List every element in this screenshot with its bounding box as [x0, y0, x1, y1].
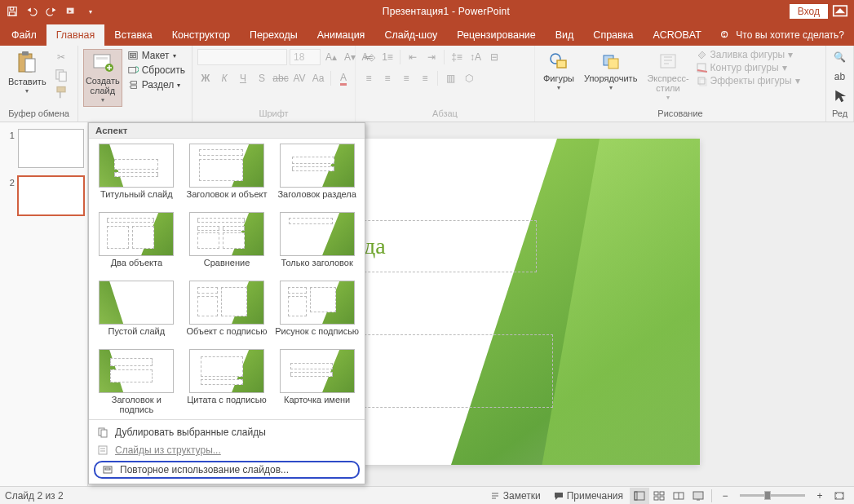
line-spacing-icon[interactable]: ‡≡	[449, 49, 465, 65]
layout-item[interactable]: Заголовок раздела	[274, 144, 360, 209]
new-slide-button[interactable]: Создать слайд▾	[83, 49, 122, 107]
align-right-icon[interactable]: ≡	[398, 70, 414, 86]
zoom-out-icon[interactable]: −	[715, 488, 735, 504]
cut-icon[interactable]: ✂	[53, 49, 69, 65]
svg-point-6	[724, 36, 725, 37]
tab-review[interactable]: Рецензирование	[447, 24, 546, 46]
thumb-row-2[interactable]: 2	[0, 175, 87, 222]
save-icon[interactable]	[3, 2, 21, 20]
comments-button[interactable]: Примечания	[547, 487, 630, 504]
undo-icon[interactable]	[23, 2, 41, 20]
copy-icon[interactable]	[53, 67, 69, 83]
shape-fill-button[interactable]: Заливка фигуры ▾	[696, 49, 800, 60]
workspace: 1 2 Аспект Титульный слайдЗаголовок и об…	[0, 122, 854, 486]
bold-icon[interactable]: Ж	[197, 70, 214, 86]
section-button[interactable]: Раздел ▾	[126, 78, 187, 91]
bullets-icon[interactable]: ≔	[361, 49, 377, 65]
notes-button[interactable]: Заметки	[484, 487, 547, 504]
select-icon[interactable]	[832, 88, 848, 104]
replace-icon[interactable]: ab	[832, 69, 848, 85]
layout-item[interactable]: Только заголовок	[274, 212, 360, 277]
qat-dropdown-icon[interactable]: ▾	[82, 2, 100, 20]
quick-styles-button[interactable]: Экспресс- стили▾	[644, 49, 692, 104]
increase-indent-icon[interactable]: ⇥	[423, 49, 440, 65]
thumb-row-1[interactable]: 1	[0, 127, 87, 175]
layout-item[interactable]: Цитата с подписью	[184, 349, 270, 414]
tab-acrobat[interactable]: ACROBAT	[643, 24, 711, 46]
shadow-icon[interactable]: S	[254, 70, 270, 86]
tab-view[interactable]: Вид	[546, 24, 584, 46]
find-icon[interactable]: 🔍	[832, 49, 848, 65]
tab-slideshow[interactable]: Слайд-шоу	[374, 24, 447, 46]
smartart-icon[interactable]: ⬡	[461, 70, 477, 86]
tell-me-search[interactable]: Что вы хотите сделать?	[711, 29, 852, 46]
layout-item[interactable]: Заголовок и подпись	[94, 349, 179, 414]
format-painter-icon[interactable]	[53, 85, 69, 101]
align-text-icon[interactable]: ⊟	[486, 49, 502, 65]
layout-item[interactable]: Титульный слайд	[94, 144, 179, 209]
spacing-icon[interactable]: AV	[291, 70, 308, 86]
tab-animations[interactable]: Анимация	[308, 24, 375, 46]
layout-item[interactable]: Два объекта	[94, 212, 179, 277]
shape-effects-button[interactable]: Эффекты фигуры ▾	[696, 75, 800, 86]
svg-rect-41	[660, 497, 664, 500]
normal-view-icon[interactable]	[630, 488, 649, 504]
numbering-icon[interactable]: 1≡	[379, 49, 396, 65]
duplicate-slides-item[interactable]: Дублировать выбранные слайды	[89, 423, 365, 441]
slide-thumbnail[interactable]	[18, 129, 84, 168]
ribbon-options-icon[interactable]	[831, 2, 849, 20]
case-icon[interactable]: Aa	[310, 70, 326, 86]
zoom-slider[interactable]	[740, 494, 805, 497]
layout-label: Цитата с подписью	[187, 395, 267, 414]
tab-home[interactable]: Главная	[46, 24, 105, 46]
text-direction-icon[interactable]: ↕A	[467, 49, 484, 65]
gallery-scroll[interactable]: Титульный слайдЗаголовок и объектЗаголов…	[89, 139, 365, 419]
font-size-combo[interactable]: 18	[290, 49, 321, 65]
svg-rect-40	[654, 497, 658, 500]
paste-button[interactable]: Вставить▾	[5, 49, 50, 97]
increase-font-icon[interactable]: A▴	[323, 49, 339, 65]
reuse-slides-item[interactable]: Повторное использование слайдов...	[94, 461, 360, 479]
fit-window-icon[interactable]	[830, 488, 849, 504]
tab-help[interactable]: Справка	[583, 24, 643, 46]
tab-design[interactable]: Конструктор	[162, 24, 240, 46]
tab-transitions[interactable]: Переходы	[240, 24, 308, 46]
title-bar: ▾ Презентация1 - PowerPoint Вход	[0, 0, 854, 23]
svg-rect-32	[101, 430, 107, 437]
gallery-header: Аспект	[89, 123, 365, 139]
signin-button[interactable]: Вход	[790, 4, 828, 19]
arrange-button[interactable]: Упорядочить▾	[581, 49, 640, 94]
layout-item[interactable]: Пустой слайд	[94, 281, 179, 346]
svg-rect-38	[654, 492, 658, 495]
layout-button[interactable]: Макет ▾	[126, 49, 187, 62]
svg-rect-26	[608, 59, 618, 69]
columns-icon[interactable]: ▥	[442, 70, 458, 86]
layout-item[interactable]: Рисунок с подписью	[274, 281, 360, 346]
font-family-combo[interactable]	[197, 49, 287, 65]
justify-icon[interactable]: ≡	[417, 70, 433, 86]
tab-file[interactable]: Файл	[2, 24, 46, 46]
layout-item[interactable]: Заголовок и объект	[184, 144, 270, 209]
tab-insert[interactable]: Вставка	[104, 24, 162, 46]
italic-icon[interactable]: К	[216, 70, 232, 86]
slide-thumbnail[interactable]	[18, 176, 84, 215]
shape-outline-button[interactable]: Контур фигуры ▾	[696, 62, 800, 73]
slides-from-outline-item[interactable]: Слайды из структуры...	[89, 441, 365, 459]
reading-view-icon[interactable]	[669, 488, 688, 504]
slideshow-view-icon[interactable]	[688, 488, 708, 504]
align-left-icon[interactable]: ≡	[361, 70, 377, 86]
underline-icon[interactable]: Ч	[235, 70, 251, 86]
sorter-view-icon[interactable]	[649, 488, 669, 504]
decrease-indent-icon[interactable]: ⇤	[405, 49, 421, 65]
zoom-in-icon[interactable]: +	[810, 488, 830, 504]
shapes-button[interactable]: Фигуры▾	[540, 49, 577, 94]
font-color-icon[interactable]: A	[335, 70, 352, 86]
layout-item[interactable]: Сравнение	[184, 212, 270, 277]
start-from-beginning-icon[interactable]	[62, 2, 80, 20]
layout-item[interactable]: Карточка имени	[274, 349, 360, 414]
reset-button[interactable]: Сбросить	[126, 64, 187, 77]
align-center-icon[interactable]: ≡	[379, 70, 396, 86]
redo-icon[interactable]	[42, 2, 60, 20]
strike-icon[interactable]: abc	[272, 70, 289, 86]
layout-item[interactable]: Объект с подписью	[184, 281, 270, 346]
